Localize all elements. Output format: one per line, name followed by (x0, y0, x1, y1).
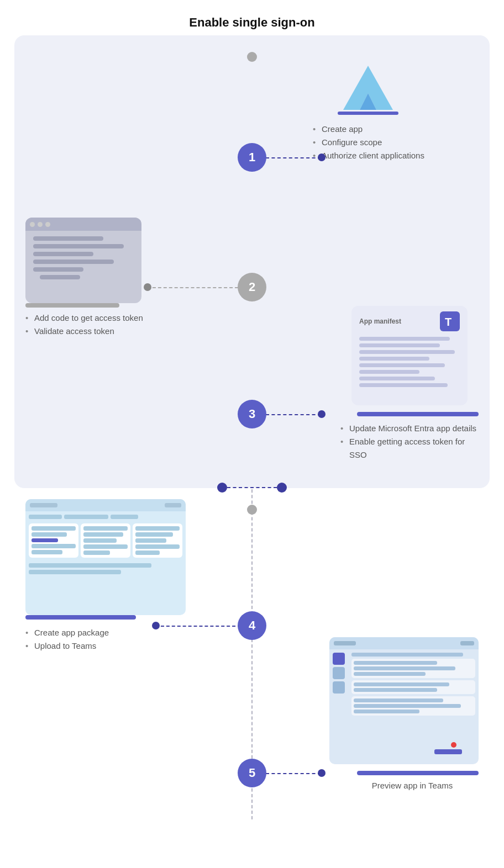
blue-button-icon (434, 749, 462, 754)
step-4-bullet-2: Upload to Teams (25, 639, 186, 653)
top-panel: 1 Create app Configure scope Authorize c… (14, 35, 490, 488)
step-3-bullet-1: Update Microsoft Entra app details (340, 422, 479, 435)
step-3-number: 3 (249, 407, 255, 421)
step-1-bullet-2: Configure scope (313, 136, 424, 149)
step-1-connector-dot (318, 154, 326, 161)
step-5-number: 5 (249, 766, 255, 780)
transition-connector (217, 483, 287, 493)
step-2-bullets: Add code to get access token Validate ac… (25, 311, 143, 338)
step-1-circle: 1 (238, 143, 266, 172)
app-manifest-card: App manifest T (351, 306, 468, 405)
step-3-right-content: App manifest T (351, 306, 479, 405)
step-5-color-bar (357, 771, 479, 775)
step-3-connector (266, 414, 321, 415)
step-5-circle: 5 (238, 759, 266, 787)
teams-icon: T (440, 311, 460, 331)
svg-text:T: T (445, 316, 452, 328)
step-4-bullet-1: Create app package (25, 626, 186, 639)
step-2-number: 2 (249, 280, 255, 294)
step-4-number: 4 (249, 618, 255, 633)
step-3-circle: 3 (238, 400, 266, 428)
step-3-bullet-2: Enable getting access token for SSO (340, 435, 479, 462)
step-2-connector (147, 287, 238, 288)
step-5-connector-dot (318, 769, 326, 777)
step-4-connector-dot (152, 622, 160, 629)
code-window-icon (25, 218, 141, 303)
sidebar-icon-2 (333, 667, 345, 679)
azure-logo-icon (335, 63, 401, 118)
step-2-left-content (25, 218, 141, 308)
step-2-connector-dot (144, 283, 151, 291)
step-4-left-content: Create app package Upload to Teams (25, 499, 186, 653)
page-title: Enable single sign-on (189, 15, 314, 30)
step-1-connector (266, 157, 321, 158)
step-1-bullet-3: Authorize client applications (313, 149, 424, 162)
step-5-connector (266, 773, 321, 774)
step-4-screenshot (25, 499, 186, 615)
svg-rect-2 (338, 112, 398, 115)
red-dot-icon (451, 742, 456, 748)
step-3-color-bar (357, 412, 479, 416)
step-3-connector-dot (318, 410, 326, 418)
sidebar-icon-1 (333, 653, 345, 665)
step-5-label: Preview app in Teams (346, 781, 479, 791)
step-4-color-bar (25, 615, 136, 620)
step-2-bullet-2: Validate access token (25, 325, 143, 338)
step-1-right-content: Create app Configure scope Authorize cli… (313, 63, 479, 162)
bottom-section: Create app package Upload to Teams 4 (14, 488, 490, 819)
timeline-top-dot (247, 52, 257, 62)
step-2-bullet-1: Add code to get access token (25, 311, 143, 325)
manifest-label: App manifest (359, 317, 401, 325)
step-2-circle: 2 (238, 273, 266, 301)
step-3-bullets: Update Microsoft Entra app details Enabl… (340, 422, 479, 462)
step-1-number: 1 (249, 150, 255, 165)
step-4-connector (155, 626, 241, 627)
step-4-bullets: Create app package Upload to Teams (25, 626, 186, 653)
sidebar-icon-3 (333, 681, 345, 694)
step-4-circle: 4 (238, 611, 266, 640)
timeline-mid-dot (247, 505, 257, 515)
step-5-right-content (329, 637, 479, 764)
step-5-screenshot (329, 637, 479, 764)
step-1-bullet-1: Create app (313, 123, 424, 136)
